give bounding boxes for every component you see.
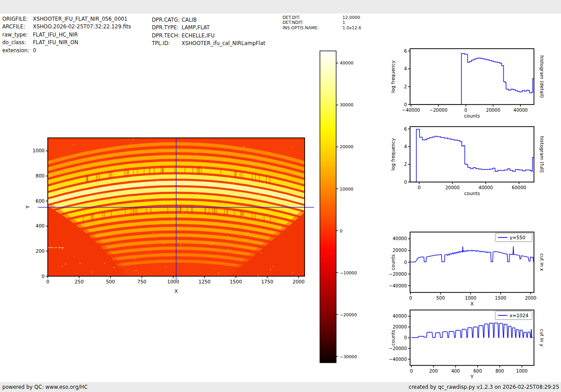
svg-text:30000: 30000 [340,102,353,107]
svg-text:40000: 40000 [340,60,353,65]
histogram-detail-plot: −40000−20000020000400000246countslog fre… [385,44,561,128]
svg-text:20000: 20000 [486,108,501,113]
svg-text:x=1024: x=1024 [510,313,529,318]
field-label: raw_type: [2,31,33,39]
svg-text:0: 0 [418,185,420,190]
svg-text:2000: 2000 [292,279,305,284]
svg-text:1000: 1000 [32,148,45,153]
svg-text:counts: counts [390,254,396,270]
field-value: 0 [33,47,36,54]
svg-text:−10000: −10000 [340,270,357,275]
svg-text:1500: 1500 [495,296,506,301]
setup-info-row: DET.DIT:12.0000 [283,15,361,20]
svg-text:4: 4 [404,66,407,71]
type-info-row: DPR.TECH:ECHELLE,IFU [152,32,265,40]
svg-text:400: 400 [451,369,460,374]
svg-text:y=550: y=550 [510,235,525,240]
field-label: do_class: [2,39,33,46]
svg-text:20000: 20000 [340,144,353,149]
svg-text:200: 200 [429,369,438,374]
svg-text:1250: 1250 [199,279,211,284]
svg-text:2000: 2000 [525,296,536,301]
svg-text:6: 6 [404,49,407,54]
svg-text:−40000: −40000 [389,357,407,362]
svg-text:600: 600 [36,198,45,204]
svg-text:counts: counts [390,330,396,346]
svg-text:−20000: −20000 [389,272,407,277]
svg-text:20000: 20000 [392,324,407,329]
svg-text:750: 750 [137,279,146,284]
svg-text:−20000: −20000 [340,312,357,317]
type-info-row: DPR.TYPE:LAMP,FLAT [152,24,265,32]
svg-text:1000: 1000 [516,369,527,374]
svg-text:2: 2 [404,84,407,89]
svg-text:1750: 1750 [261,279,274,284]
field-value: 12.0000 [342,15,360,20]
type-info-row: DPR.CATG:CALIB [152,16,265,24]
svg-text:−20000: −20000 [429,108,447,113]
svg-text:log frequency: log frequency [390,138,396,170]
svg-text:800: 800 [36,173,45,178]
svg-text:−40000: −40000 [402,108,420,113]
svg-text:1000: 1000 [465,296,476,301]
footer-powered-by: powered by QC: www.eso.org/HC [2,382,87,392]
field-value: FLAT_IFU_NIR_ON [33,39,78,46]
svg-text:0: 0 [464,108,467,113]
field-label: DET.NDIT: [283,20,342,25]
file-info-column: ORIGFILE:XSHOOTER_IFU_FLAT_NIR_056_0001 … [2,15,131,55]
raw-frame-heatmap: 0250500750100012501500175020000200400600… [25,131,318,301]
svg-text:Y: Y [470,374,474,379]
svg-text:250: 250 [75,279,84,284]
svg-text:40000: 40000 [513,108,528,113]
svg-text:0: 0 [340,228,342,233]
svg-text:800: 800 [495,369,504,374]
svg-text:10000: 10000 [340,187,353,191]
svg-text:0: 0 [41,273,45,279]
svg-text:histogram (detail): histogram (detail) [539,55,545,98]
cut-in-y-plot: 02004006008001000−40000−2000002000040000… [385,305,561,389]
svg-text:cut in y: cut in y [539,329,545,346]
field-value: CALIB [182,17,197,23]
setup-info-row: DET.NDIT:1 [283,20,361,25]
svg-text:1000: 1000 [167,279,179,284]
svg-text:log frequency: log frequency [390,60,396,93]
field-label: DET.DIT: [283,15,342,20]
svg-text:0: 0 [410,369,413,374]
field-value: 1.0x12.6 [342,25,361,30]
setup-info-row: INS.OPTI5.NAME:1.0x12.6 [283,25,361,30]
field-label: extension: [2,47,33,55]
field-label: ORIGFILE: [2,15,33,23]
type-info-row: TPL.ID:XSHOOTER_ifu_cal_NIRLampFlat [152,40,265,47]
svg-text:500: 500 [106,279,115,284]
field-value: XSHOOTER_ifu_cal_NIRLampFlat [182,40,265,46]
svg-text:40000: 40000 [392,314,407,319]
svg-text:0: 0 [46,279,50,284]
svg-text:6: 6 [404,127,407,132]
file-info-row: ORIGFILE:XSHOOTER_IFU_FLAT_NIR_056_0001 [2,15,131,23]
svg-text:20000: 20000 [445,185,460,190]
svg-text:0: 0 [404,180,407,185]
field-label: DPR.TECH: [152,32,182,40]
file-info-row: do_class:FLAT_IFU_NIR_ON [2,39,131,46]
svg-text:60000: 60000 [512,185,526,190]
field-label: INS.OPTI5.NAME: [283,25,342,30]
field-label: TPL.ID: [152,40,182,47]
file-info-row: ARCFILE:XSHOO.2026-02-25T07:32:22.129.fi… [2,23,131,31]
field-value: FLAT_IFU_HC_NIR [33,32,78,38]
svg-text:0: 0 [404,260,407,265]
svg-text:−20000: −20000 [389,346,407,351]
svg-text:0: 0 [404,335,407,340]
field-value: XSHOOTER_IFU_FLAT_NIR_056_0001 [33,16,128,22]
field-value: XSHOO.2026-02-25T07:32:22.129.fits [33,23,131,30]
field-label: ARCFILE: [2,23,33,31]
histogram-full-plot: 02000040000600000246countslog frequencyh… [385,122,561,205]
field-value: ECHELLE,IFU [182,32,214,39]
svg-text:0: 0 [404,102,407,107]
svg-text:400: 400 [36,223,45,228]
field-value: LAMP,FLAT [182,24,210,31]
file-info-row: raw_type:FLAT_IFU_HC_NIR [2,31,131,39]
file-info-row: extension:0 [2,47,131,55]
svg-text:counts: counts [464,113,480,119]
svg-text:cut in x: cut in x [539,253,545,271]
svg-text:600: 600 [473,369,482,374]
